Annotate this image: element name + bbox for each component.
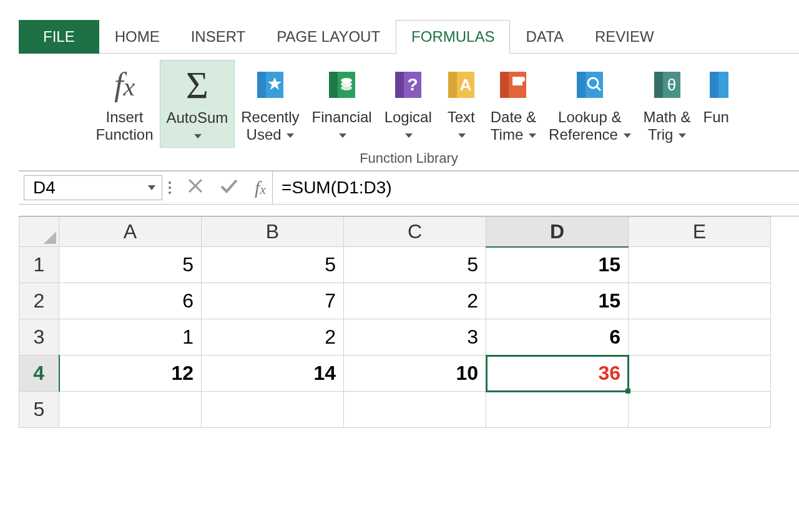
ribbon-tabs: FILE HOME INSERT PAGE LAYOUT FORMULAS DA… bbox=[19, 20, 799, 54]
question-book-icon: ? bbox=[391, 64, 425, 106]
cell[interactable]: 5 bbox=[344, 247, 486, 283]
math-trig-label: Math & Trig bbox=[644, 109, 691, 143]
more-functions-icon bbox=[703, 64, 728, 106]
insert-function-label: Insert Function bbox=[96, 109, 153, 143]
formula-bar: D4 fx =SUM(D1:D3) bbox=[19, 171, 799, 205]
date-time-button[interactable]: Date & Time bbox=[484, 60, 542, 148]
formula-bar-more-icon[interactable] bbox=[169, 181, 171, 194]
search-book-icon bbox=[573, 64, 607, 106]
cell[interactable]: 36 bbox=[486, 355, 629, 392]
svg-rect-8 bbox=[395, 72, 404, 98]
cell[interactable] bbox=[59, 392, 202, 428]
row-header[interactable]: 4 bbox=[19, 355, 59, 392]
svg-text:A: A bbox=[459, 75, 471, 94]
more-functions-label: Fun bbox=[703, 109, 728, 126]
sigma-icon: Σ bbox=[186, 64, 208, 107]
select-all-corner[interactable] bbox=[19, 217, 59, 247]
cell[interactable]: 2 bbox=[344, 283, 486, 319]
ribbon-group-title: Function Library bbox=[360, 150, 458, 167]
cell[interactable]: 5 bbox=[59, 247, 202, 283]
tab-data[interactable]: DATA bbox=[510, 20, 579, 54]
coins-book-icon bbox=[325, 64, 359, 106]
recently-used-label: Recently Used bbox=[241, 109, 299, 143]
cell[interactable] bbox=[344, 392, 486, 428]
cell[interactable]: 12 bbox=[59, 355, 202, 392]
cell[interactable]: 3 bbox=[344, 319, 486, 355]
cell[interactable]: 14 bbox=[202, 355, 344, 392]
logical-label: Logical bbox=[385, 109, 432, 143]
spreadsheet-grid: ABCDE155515267215312364121410365 bbox=[19, 216, 799, 428]
formula-value: =SUM(D1:D3) bbox=[282, 178, 392, 198]
check-icon bbox=[220, 178, 238, 194]
tab-formulas[interactable]: FORMULAS bbox=[396, 20, 510, 54]
column-header[interactable]: D bbox=[486, 217, 629, 247]
ribbon: fx Insert Function Σ AutoSum R bbox=[19, 53, 799, 171]
chevron-down-icon bbox=[148, 185, 155, 190]
calendar-book-icon bbox=[496, 64, 530, 106]
autosum-button[interactable]: Σ AutoSum bbox=[160, 60, 235, 148]
date-time-label: Date & Time bbox=[491, 109, 536, 143]
autosum-label: AutoSum bbox=[167, 109, 228, 143]
cell[interactable]: 15 bbox=[486, 247, 629, 283]
cell[interactable] bbox=[629, 283, 771, 319]
ribbon-group-function-library: fx Insert Function Σ AutoSum R bbox=[24, 60, 794, 168]
formula-input[interactable]: =SUM(D1:D3) bbox=[272, 172, 799, 204]
svg-rect-0 bbox=[257, 72, 266, 98]
svg-rect-3 bbox=[329, 72, 338, 98]
cell[interactable]: 10 bbox=[344, 355, 486, 392]
svg-rect-18 bbox=[577, 72, 586, 98]
cancel-formula-button[interactable] bbox=[187, 177, 203, 198]
fx-icon: fx bbox=[114, 64, 135, 106]
insert-function-button[interactable]: fx Insert Function bbox=[89, 60, 159, 148]
column-header[interactable]: B bbox=[202, 217, 344, 247]
insert-function-fx-button[interactable]: fx bbox=[255, 177, 266, 198]
row-header[interactable]: 5 bbox=[19, 392, 59, 428]
tab-review[interactable]: REVIEW bbox=[579, 20, 670, 54]
svg-rect-11 bbox=[448, 72, 457, 98]
enter-formula-button[interactable] bbox=[220, 177, 238, 198]
tab-home[interactable]: HOME bbox=[99, 20, 175, 54]
cell[interactable]: 1 bbox=[59, 319, 202, 355]
svg-point-7 bbox=[341, 85, 352, 90]
cell[interactable]: 6 bbox=[59, 283, 202, 319]
tab-page-layout[interactable]: PAGE LAYOUT bbox=[261, 20, 396, 54]
tab-insert[interactable]: INSERT bbox=[175, 20, 262, 54]
text-button[interactable]: A Text bbox=[438, 60, 484, 148]
svg-text:θ: θ bbox=[667, 75, 675, 94]
column-header[interactable]: E bbox=[629, 217, 771, 247]
financial-button[interactable]: Financial bbox=[306, 60, 378, 148]
cell[interactable]: 2 bbox=[202, 319, 344, 355]
cell[interactable] bbox=[629, 392, 771, 428]
cell[interactable] bbox=[486, 392, 629, 428]
name-box[interactable]: D4 bbox=[24, 175, 162, 200]
row-header[interactable]: 3 bbox=[19, 319, 59, 355]
cell[interactable]: 15 bbox=[486, 283, 629, 319]
lookup-reference-button[interactable]: Lookup & Reference bbox=[542, 60, 637, 148]
row-header[interactable]: 2 bbox=[19, 283, 59, 319]
star-book-icon bbox=[253, 64, 287, 106]
text-label: Text bbox=[448, 109, 475, 143]
x-icon bbox=[187, 178, 203, 194]
column-header[interactable]: A bbox=[59, 217, 202, 247]
cell[interactable]: 5 bbox=[202, 247, 344, 283]
tab-file[interactable]: FILE bbox=[19, 20, 99, 54]
column-header[interactable]: C bbox=[344, 217, 486, 247]
svg-rect-14 bbox=[500, 72, 509, 98]
cell[interactable] bbox=[202, 392, 344, 428]
logical-button[interactable]: ? Logical bbox=[378, 60, 438, 148]
theta-book-icon: θ bbox=[650, 64, 684, 106]
svg-rect-22 bbox=[654, 72, 663, 98]
name-box-value: D4 bbox=[33, 178, 56, 198]
svg-text:?: ? bbox=[407, 75, 418, 94]
svg-point-17 bbox=[520, 77, 525, 82]
cell[interactable]: 7 bbox=[202, 283, 344, 319]
row-header[interactable]: 1 bbox=[19, 247, 59, 283]
cell[interactable] bbox=[629, 355, 771, 392]
math-trig-button[interactable]: θ Math & Trig bbox=[637, 60, 697, 148]
cell[interactable] bbox=[629, 319, 771, 355]
recently-used-button[interactable]: Recently Used bbox=[235, 60, 305, 148]
lookup-reference-label: Lookup & Reference bbox=[549, 109, 630, 143]
more-functions-button[interactable]: Fun bbox=[697, 60, 728, 148]
cell[interactable] bbox=[629, 247, 771, 283]
cell[interactable]: 6 bbox=[486, 319, 629, 355]
